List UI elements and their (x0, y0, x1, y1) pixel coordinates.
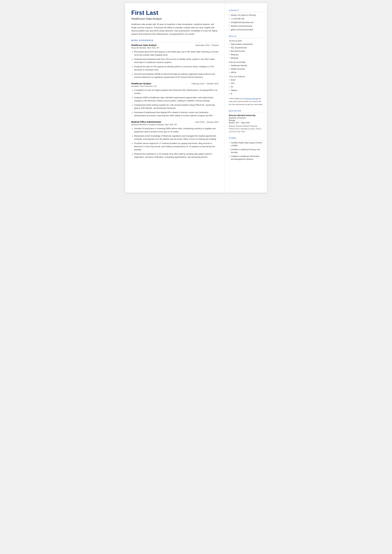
skill-2: SQL (Experienced) (229, 46, 263, 49)
job-bullets-3: Assisted 19 physicians in reviewing EMRs… (131, 127, 219, 159)
bullet-2-1: Completed 15 Lean Six Sigma projects tha… (131, 89, 219, 95)
job-title-1: Healthcare Data Analyst (131, 44, 157, 46)
work-experience-header: WORK EXPERIENCE (131, 39, 219, 43)
job-company-1: Resume Worded, New York, NY (131, 47, 219, 49)
right-column: CONTACT Atlanta, GA (Open to Remote) +1-… (224, 3, 267, 193)
bullet-3-2: Maintained current knowledge of Medicare… (131, 134, 219, 141)
bullet-2-3: Championed online training modules for 1… (131, 104, 219, 110)
bullet-1-4: Sourced and analyzed 200GB of clinical t… (131, 72, 219, 79)
job-title-3: Medical Office Administrator (131, 121, 161, 123)
skill-5: Medicaid (229, 57, 263, 60)
job-dates-1: November 2015 – Present (196, 44, 219, 46)
contact-list: Atlanta, GA (Open to Remote) +1-234-456-… (229, 14, 263, 31)
skills-section: SKILLS Technical Skills: Data Analysis (… (229, 35, 263, 106)
tool-4: Tableau (229, 89, 263, 92)
other-section: OTHER Certified Health Data Analyst (CHD… (229, 137, 263, 161)
skill-4: Medicare (229, 53, 263, 56)
other-item-1: Certified Health Data Analyst (CHDA) | A… (229, 141, 263, 147)
edu-awards: Awards: Resume Worded Teaching Fellow (o… (229, 125, 263, 133)
resume-page: First Last Healthcare Data Analyst Healt… (125, 3, 267, 193)
contact-phone: +1-234-456-789 (229, 17, 263, 20)
bullet-1-2: Analyzed and interpreted data from 159 s… (131, 58, 219, 64)
industry-skill-2: Health Insurance (229, 68, 263, 70)
edu-location: Boston, MA — May 2010 (229, 122, 263, 124)
bullet-3-1: Assisted 19 physicians in reviewing EMRs… (131, 127, 219, 133)
bullet-3-3: Provided clerical support for 17 medical… (131, 142, 219, 151)
contact-linkedin: linkedin.com/in/username (229, 25, 263, 28)
other-item-3: Certified in Healthcare Information and … (229, 155, 263, 161)
job-block-2: Healthcare Analyst February 2013 – Octob… (131, 82, 219, 117)
tool-2: SAS (229, 82, 263, 85)
promo-text: • Don't forget to use Resume Worded to s… (229, 97, 263, 106)
bullet-3-4: Reduced the workload on a 15-member fron… (131, 152, 219, 159)
job-header-3: Medical Office Administrator June 2010 –… (131, 121, 219, 123)
technical-skills-list: Data Analysis (Advanced) SQL (Experience… (229, 43, 263, 60)
bullet-2-4: Developed 8 dashboards that display KPIs… (131, 111, 219, 117)
bullet-1-1: Reconciled about 91% discrepancy in the … (131, 50, 219, 56)
contact-header: CONTACT (229, 9, 263, 13)
job-header-1: Healthcare Data Analyst November 2015 – … (131, 44, 219, 46)
resume-worded-link[interactable]: Resume Worded (245, 98, 259, 99)
industry-skill-3: HIPAA (229, 71, 263, 74)
job-bullets-1: Reconciled about 91% discrepancy in the … (131, 50, 219, 79)
technical-skills-label: Technical Skills: (229, 40, 263, 42)
industry-skill-1: Healthcare Industry (229, 64, 263, 67)
job-block-3: Medical Office Administrator June 2010 –… (131, 121, 219, 159)
job-company-2: Growthsi, San Francisco, CA (131, 85, 219, 87)
summary: Healthcare data analyst with 10 years of… (131, 23, 219, 36)
skill-1: Data Analysis (Advanced) (229, 43, 263, 46)
edu-degree: Bachelor of Science (229, 117, 263, 119)
skills-header: SKILLS (229, 35, 263, 38)
job-dates-3: June 2010 – January 2013 (195, 121, 218, 123)
contact-section: CONTACT Atlanta, GA (Open to Remote) +1-… (229, 9, 263, 31)
contact-city: Atlanta, GA (Open to Remote) (229, 14, 263, 17)
name: First Last (131, 9, 219, 16)
skill-3: Microsoft Access (229, 50, 263, 53)
other-item-2: Certified in Healthcare Privacy and Secu… (229, 148, 263, 154)
other-header: OTHER (229, 137, 263, 140)
edu-field: Biology (229, 119, 263, 121)
tools-list: Excel SAS 5S Tableau R (229, 78, 263, 95)
job-block-1: Healthcare Data Analyst November 2015 – … (131, 44, 219, 79)
tool-1: Excel (229, 78, 263, 81)
job-title-2: Healthcare Analyst (131, 82, 151, 85)
edu-school: Resume Worded University (229, 114, 263, 117)
other-list: Certified Health Data Analyst (CHDA) | A… (229, 141, 263, 161)
contact-email: email@resumeworded.com (229, 21, 263, 24)
industry-knowledge-label: Industry Knowledge: (229, 61, 263, 63)
contact-github: github.com/resumeworded (229, 28, 263, 31)
job-header-2: Healthcare Analyst February 2013 – Octob… (131, 82, 219, 85)
job-title: Healthcare Data Analyst (131, 17, 219, 21)
left-column: First Last Healthcare Data Analyst Healt… (125, 3, 224, 193)
tool-3: 5S (229, 85, 263, 88)
education-header: EDUCATION (229, 110, 263, 113)
tools-label: Tools and Software: (229, 76, 263, 78)
job-company-3: Resume Worded's Exciting Company, New Yo… (131, 124, 219, 126)
job-bullets-2: Completed 15 Lean Six Sigma projects tha… (131, 89, 219, 117)
bullet-1-3: Analyzed the data of 5.9K patients to id… (131, 65, 219, 71)
education-section: EDUCATION Resume Worded University Bache… (229, 110, 263, 133)
industry-skills-list: Healthcare Industry Health Insurance HIP… (229, 64, 263, 74)
bullet-2-2: Analyzed 10GB of healthcare data, identi… (131, 96, 219, 102)
job-dates-2: February 2013 – October 2015 (192, 83, 219, 85)
tool-5: R (229, 92, 263, 95)
